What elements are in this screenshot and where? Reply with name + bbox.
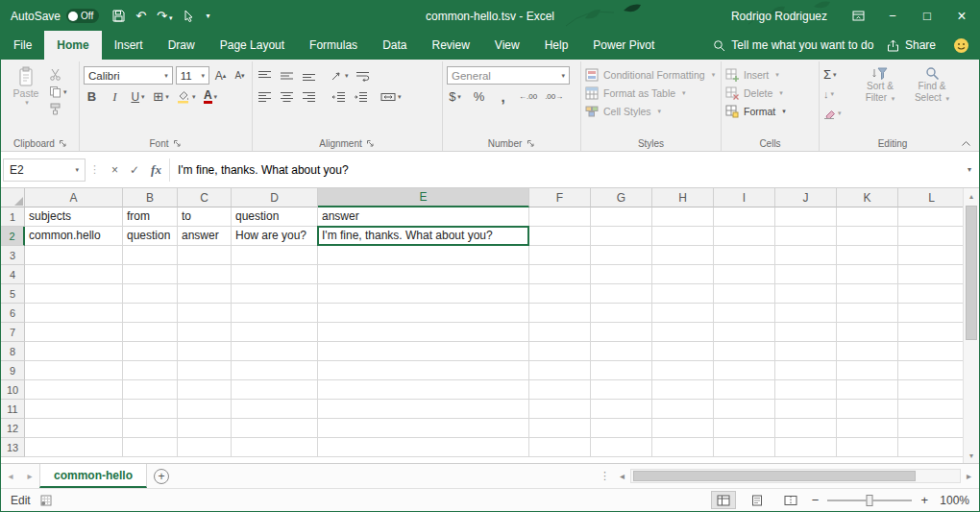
cell-C7[interactable]	[178, 323, 232, 342]
cell-K13[interactable]	[837, 438, 898, 457]
cell-D11[interactable]	[232, 400, 318, 419]
cell-J12[interactable]	[775, 419, 837, 438]
cell-F5[interactable]	[529, 284, 591, 304]
orientation-button[interactable]: ▾	[331, 66, 349, 85]
cell-I8[interactable]	[714, 342, 775, 361]
cell-C1[interactable]: to	[178, 207, 232, 227]
tell-me-box[interactable]: Tell me what you want to do	[713, 31, 873, 60]
cell-D3[interactable]	[232, 246, 318, 265]
customize-qat-icon[interactable]: ▾	[207, 12, 210, 20]
sort-filter-button[interactable]: Sort & Filter ▾	[856, 63, 904, 136]
cell-L11[interactable]	[898, 400, 963, 419]
cell-J3[interactable]	[775, 246, 837, 265]
cell-I6[interactable]	[714, 304, 775, 323]
number-format-combo[interactable]: General▾	[447, 66, 570, 85]
conditional-formatting-button[interactable]: Conditional Formatting▾	[585, 65, 717, 84]
ribbon-tab-formulas[interactable]: Formulas	[297, 31, 370, 60]
cell-E5[interactable]	[318, 284, 529, 304]
number-dialog-launcher-icon[interactable]	[526, 139, 535, 149]
feedback-smiley-icon[interactable]	[953, 31, 969, 60]
format-cells-button[interactable]: Format▾	[725, 102, 815, 120]
cell-A9[interactable]	[25, 361, 123, 380]
cell-C9[interactable]	[178, 361, 232, 380]
copy-button[interactable]: ▾	[49, 85, 67, 99]
cell-F7[interactable]	[529, 323, 591, 342]
merge-center-button[interactable]: ▾	[380, 87, 402, 106]
font-color-button[interactable]: A▾	[203, 87, 219, 106]
percent-style-icon[interactable]: %	[471, 87, 487, 106]
cell-K12[interactable]	[837, 419, 898, 438]
cell-K7[interactable]	[837, 323, 898, 342]
cell-E10[interactable]	[318, 380, 529, 400]
ribbon-tab-insert[interactable]: Insert	[102, 31, 156, 60]
vertical-scrollbar[interactable]: ▴ ▾	[963, 188, 979, 463]
cell-I11[interactable]	[714, 400, 775, 419]
column-header-F[interactable]: F	[529, 188, 591, 207]
font-size-combo[interactable]: 11▾	[176, 66, 209, 85]
cell-F13[interactable]	[529, 438, 591, 457]
cell-E6[interactable]	[318, 304, 529, 323]
cell-J10[interactable]	[775, 380, 837, 400]
cell-D2[interactable]: How are you?	[232, 227, 318, 246]
cell-B12[interactable]	[123, 419, 178, 438]
cell-K11[interactable]	[837, 400, 898, 419]
vertical-scrollbar-track[interactable]	[964, 204, 979, 448]
underline-button[interactable]: U▾	[130, 87, 146, 106]
cell-J11[interactable]	[775, 400, 837, 419]
cell-L12[interactable]	[898, 419, 963, 438]
cell-C6[interactable]	[178, 304, 232, 323]
column-header-J[interactable]: J	[775, 188, 837, 207]
cell-B9[interactable]	[123, 361, 178, 380]
cell-C11[interactable]	[178, 400, 232, 419]
cell-G6[interactable]	[591, 304, 652, 323]
insert-cells-button[interactable]: Insert▾	[725, 65, 815, 84]
accounting-format-button[interactable]: $▾	[447, 87, 463, 106]
cell-I1[interactable]	[714, 207, 775, 227]
zoom-slider[interactable]	[827, 500, 912, 501]
row-header-11[interactable]: 11	[1, 400, 25, 419]
cell-L6[interactable]	[898, 304, 963, 323]
clipboard-dialog-launcher-icon[interactable]	[59, 139, 68, 149]
cell-K10[interactable]	[837, 380, 898, 400]
row-header-7[interactable]: 7	[1, 323, 25, 342]
align-middle-icon[interactable]	[279, 66, 295, 85]
macro-record-icon[interactable]	[40, 495, 53, 506]
vertical-scrollbar-thumb[interactable]	[966, 206, 977, 340]
cell-D12[interactable]	[232, 419, 318, 438]
cell-F8[interactable]	[529, 342, 591, 361]
cell-J8[interactable]	[775, 342, 837, 361]
select-all-button[interactable]	[1, 188, 25, 207]
cell-J13[interactable]	[775, 438, 837, 457]
cell-A8[interactable]	[25, 342, 123, 361]
cell-F4[interactable]	[529, 265, 591, 284]
cell-G8[interactable]	[591, 342, 652, 361]
page-break-preview-icon[interactable]	[778, 491, 803, 509]
cell-H12[interactable]	[652, 419, 714, 438]
cell-I9[interactable]	[714, 361, 775, 380]
row-header-2[interactable]: 2	[1, 227, 25, 246]
cell-G7[interactable]	[591, 323, 652, 342]
fill-color-button[interactable]: ▾	[176, 87, 196, 106]
zoom-in-icon[interactable]: +	[920, 493, 928, 507]
cell-I12[interactable]	[714, 419, 775, 438]
cell-K1[interactable]	[837, 207, 898, 227]
cell-E3[interactable]	[318, 246, 529, 265]
cell-B1[interactable]: from	[123, 207, 178, 227]
cell-L9[interactable]	[898, 361, 963, 380]
cell-A4[interactable]	[25, 265, 123, 284]
maximize-button[interactable]: □	[910, 1, 944, 31]
cell-G3[interactable]	[591, 246, 652, 265]
ribbon-tab-home[interactable]: Home	[44, 31, 101, 60]
cell-H6[interactable]	[652, 304, 714, 323]
cell-D10[interactable]	[232, 380, 318, 400]
cell-J9[interactable]	[775, 361, 837, 380]
scroll-left-icon[interactable]: ◂	[614, 471, 630, 481]
cell-C2[interactable]: answer	[178, 227, 232, 246]
cell-A7[interactable]	[25, 323, 123, 342]
cell-C10[interactable]	[178, 380, 232, 400]
autosum-button[interactable]: Σ▾	[823, 65, 852, 84]
horizontal-scrollbar[interactable]: ◂ ▸	[614, 464, 979, 488]
row-header-10[interactable]: 10	[1, 380, 25, 400]
cell-K3[interactable]	[837, 246, 898, 265]
cell-I10[interactable]	[714, 380, 775, 400]
